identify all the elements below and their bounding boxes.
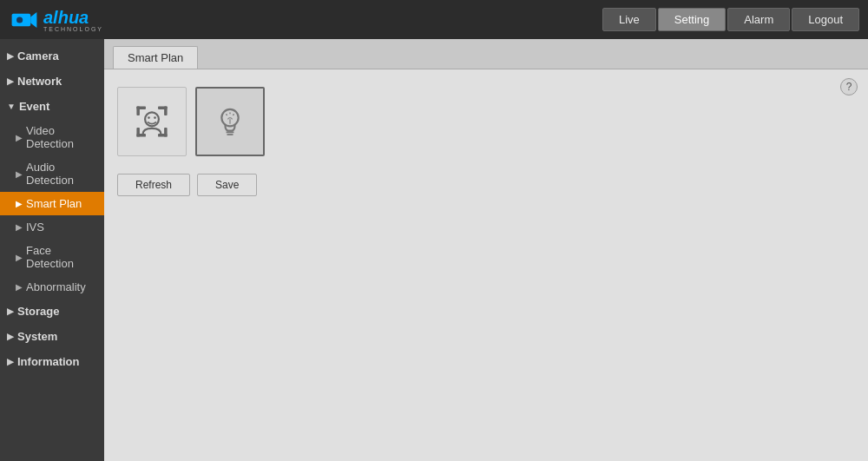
sidebar-item-smart-plan[interactable]: ▶ Smart Plan <box>0 192 104 215</box>
bulb-icon <box>211 102 249 141</box>
svg-point-12 <box>148 116 150 119</box>
alarm-button[interactable]: Alarm <box>727 8 790 31</box>
tab-bar: Smart Plan <box>104 39 868 69</box>
save-button[interactable]: Save <box>197 174 257 196</box>
svg-line-19 <box>233 114 234 115</box>
live-button[interactable]: Live <box>602 8 656 31</box>
svg-marker-1 <box>30 12 36 28</box>
chevron-right-icon: ▶ <box>16 253 23 262</box>
sidebar-item-face-detection[interactable]: ▶ Face Detection <box>0 239 104 275</box>
chevron-right-icon: ▶ <box>16 133 23 142</box>
sidebar-item-information[interactable]: ▶ Information <box>0 349 104 374</box>
content-body: ? <box>104 69 868 461</box>
svg-line-18 <box>227 114 227 115</box>
svg-rect-6 <box>164 106 168 115</box>
sidebar-item-camera[interactable]: ▶ Camera <box>0 43 104 69</box>
sidebar-item-abnormality[interactable]: ▶ Abnormality <box>0 275 104 299</box>
sidebar-item-event[interactable]: ▼ Event <box>0 94 104 119</box>
chevron-right-icon: ▶ <box>16 169 23 179</box>
chevron-right-icon: ▶ <box>7 51 14 61</box>
svg-rect-10 <box>164 128 168 137</box>
sidebar-item-audio-detection[interactable]: ▶ Audio Detection <box>0 155 104 192</box>
svg-rect-4 <box>136 106 140 115</box>
sidebar: ▶ Camera ▶ Network ▼ Event ▶ Video Detec… <box>0 39 104 461</box>
smart-light-plan-box[interactable] <box>195 87 265 156</box>
chevron-right-icon: ▶ <box>16 222 23 232</box>
face-detect-plan-box[interactable] <box>117 87 187 156</box>
logout-button[interactable]: Logout <box>792 8 859 31</box>
plan-icons-container <box>117 87 855 156</box>
action-buttons: Refresh Save <box>117 174 855 196</box>
content-area: Smart Plan ? <box>104 39 868 461</box>
sidebar-item-network[interactable]: ▶ Network <box>0 69 104 94</box>
chevron-right-icon: ▶ <box>16 282 23 292</box>
sidebar-item-ivs[interactable]: ▶ IVS <box>0 215 104 239</box>
svg-point-2 <box>16 16 23 23</box>
tab-smart-plan[interactable]: Smart Plan <box>113 46 198 69</box>
svg-point-13 <box>154 116 156 119</box>
chevron-right-icon: ▶ <box>7 306 14 316</box>
sidebar-item-video-detection[interactable]: ▶ Video Detection <box>0 119 104 155</box>
logo-text: alhua <box>43 8 89 28</box>
logo: alhua TECHNOLOGY <box>9 4 103 36</box>
refresh-button[interactable]: Refresh <box>117 174 190 196</box>
sidebar-item-system[interactable]: ▶ System <box>0 324 104 349</box>
chevron-right-icon: ▶ <box>7 332 14 341</box>
face-detect-icon <box>133 102 171 141</box>
logo-icon <box>9 4 40 36</box>
setting-button[interactable]: Setting <box>658 8 726 31</box>
header: alhua TECHNOLOGY Live Setting Alarm Logo… <box>0 0 868 39</box>
chevron-right-icon: ▶ <box>7 76 14 86</box>
svg-rect-8 <box>136 128 140 137</box>
logo-sub: TECHNOLOGY <box>43 26 103 32</box>
main-layout: ▶ Camera ▶ Network ▼ Event ▶ Video Detec… <box>0 39 868 461</box>
chevron-down-icon: ▼ <box>7 102 16 111</box>
chevron-right-icon: ▶ <box>16 199 23 208</box>
sidebar-item-storage[interactable]: ▶ Storage <box>0 299 104 324</box>
chevron-right-icon: ▶ <box>7 357 14 366</box>
nav-buttons: Live Setting Alarm Logout <box>602 8 859 31</box>
help-icon[interactable]: ? <box>840 78 858 95</box>
